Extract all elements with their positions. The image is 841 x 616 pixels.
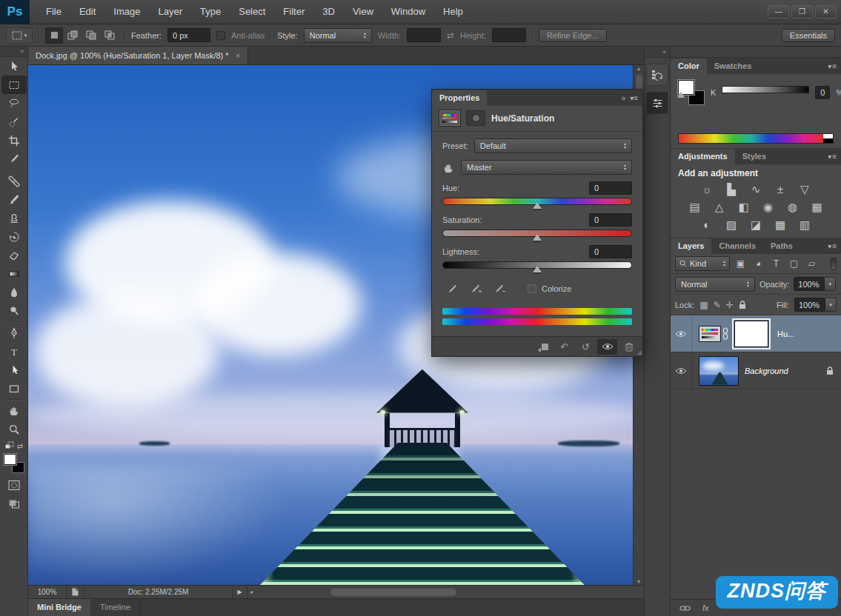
status-play-icon[interactable]: ▶ xyxy=(233,586,247,598)
posterize-icon[interactable]: ▨ xyxy=(722,218,740,232)
black-white-icon[interactable]: ◧ xyxy=(735,200,753,214)
layer-visibility-toggle[interactable] xyxy=(671,315,692,352)
layer-mask-thumbnail[interactable] xyxy=(734,321,768,347)
lock-transparency-icon[interactable]: ▦ xyxy=(699,300,708,310)
spectrum-gradient[interactable] xyxy=(679,134,823,143)
fill-value[interactable]: 100% xyxy=(794,298,825,312)
saturation-slider-thumb[interactable] xyxy=(533,234,542,241)
history-brush-tool[interactable] xyxy=(1,227,27,246)
maximize-button[interactable]: ❐ xyxy=(791,5,813,19)
crop-tool[interactable] xyxy=(1,131,27,150)
width-input[interactable] xyxy=(407,28,441,42)
scroll-left-icon[interactable]: ◂ xyxy=(250,589,253,595)
tab-properties[interactable]: Properties xyxy=(432,90,487,106)
tab-adjustments[interactable]: Adjustments xyxy=(671,149,735,164)
k-slider[interactable] xyxy=(722,86,809,99)
eraser-tool[interactable] xyxy=(1,246,27,264)
vibrance-icon[interactable]: ▽ xyxy=(796,182,814,196)
tool-preset-picker[interactable]: ▾ xyxy=(6,27,33,44)
opacity-dropdown-icon[interactable]: ▾ xyxy=(825,277,836,291)
dodge-tool[interactable] xyxy=(1,301,27,320)
dock-collapse-icon[interactable]: « xyxy=(645,47,670,58)
pen-tool[interactable] xyxy=(1,324,27,342)
antialias-checkbox[interactable] xyxy=(216,31,225,40)
channel-select[interactable]: Master ▴▾ xyxy=(461,160,632,175)
scroll-up-icon[interactable]: ▴ xyxy=(637,65,640,72)
menu-select[interactable]: Select xyxy=(230,0,274,24)
k-slider-track[interactable] xyxy=(722,86,809,93)
tools-collapse-icon[interactable]: » xyxy=(0,47,27,57)
layer-name[interactable]: Hu... xyxy=(777,329,794,338)
rectangular-marquee-tool[interactable] xyxy=(1,76,27,94)
panel-resize-grip[interactable]: ·········· xyxy=(525,352,549,356)
hand-tool[interactable] xyxy=(1,401,27,420)
fill-dropdown-icon[interactable]: ▾ xyxy=(825,298,837,312)
refine-edge-button[interactable]: Refine Edge... xyxy=(539,29,607,42)
timeline-tab[interactable]: Timeline xyxy=(91,599,140,616)
layers-panel-menu-icon[interactable]: ▾≡ xyxy=(828,238,837,254)
menu-window[interactable]: Window xyxy=(382,0,434,24)
filter-pixel-layers-icon[interactable]: ▣ xyxy=(734,257,748,271)
tab-channels[interactable]: Channels xyxy=(711,238,763,254)
feather-input[interactable]: 0 px xyxy=(167,28,210,42)
lock-position-icon[interactable]: ✛ xyxy=(726,300,734,310)
add-to-selection-button[interactable] xyxy=(64,27,82,44)
gradient-map-icon[interactable]: ▩ xyxy=(771,218,789,232)
layer-visibility-toggle[interactable] xyxy=(671,352,692,389)
style-select[interactable]: Normal ▴▾ xyxy=(304,28,372,43)
preset-select[interactable]: Default ▴▾ xyxy=(474,138,632,153)
view-previous-state-icon[interactable]: ↶ xyxy=(554,339,574,355)
invert-icon[interactable]: ◐ xyxy=(698,218,716,232)
filter-smart-object-icon[interactable]: ▱ xyxy=(805,257,819,271)
levels-icon[interactable]: ▙ xyxy=(722,182,740,196)
gradient-tool[interactable] xyxy=(1,264,27,283)
lasso-tool[interactable] xyxy=(1,94,27,113)
channel-mixer-icon[interactable]: ◍ xyxy=(784,200,802,214)
tab-paths[interactable]: Paths xyxy=(763,238,800,254)
delete-adjustment-icon[interactable] xyxy=(619,339,639,355)
tab-color[interactable]: Color xyxy=(671,58,707,74)
double-chevron-icon[interactable]: » xyxy=(622,94,626,102)
type-tool[interactable]: T xyxy=(1,342,27,361)
brush-tool[interactable] xyxy=(1,190,27,209)
menu-3d[interactable]: 3D xyxy=(313,0,344,24)
properties-collapse-icon[interactable]: » ▾≡ xyxy=(622,90,638,106)
filter-type-layers-icon[interactable]: T xyxy=(769,257,783,271)
toggle-visibility-icon[interactable] xyxy=(597,339,617,355)
add-eyedropper-icon[interactable] xyxy=(466,281,485,296)
hue-slider-thumb[interactable] xyxy=(533,202,542,209)
adjustment-layer-thumbnail[interactable] xyxy=(699,326,721,342)
tab-styles[interactable]: Styles xyxy=(735,149,774,164)
color-spectrum-ramp[interactable] xyxy=(678,133,834,144)
menu-edit[interactable]: Edit xyxy=(70,0,104,24)
swap-dimensions-icon[interactable]: ⇄ xyxy=(447,30,454,41)
menu-help[interactable]: Help xyxy=(434,0,472,24)
adjustments-panel-menu-icon[interactable]: ▾≡ xyxy=(828,149,837,164)
filter-adjustment-layers-icon[interactable]: ◕ xyxy=(751,257,765,271)
zoom-level[interactable]: 100% xyxy=(28,586,67,598)
foreground-color-swatch[interactable] xyxy=(4,454,16,465)
layer-filter-kind-select[interactable]: Kind ▴▾ xyxy=(675,256,730,271)
mini-bridge-tab[interactable]: Mini Bridge xyxy=(28,599,91,616)
color-lookup-icon[interactable]: ▦ xyxy=(808,200,826,214)
new-selection-button[interactable] xyxy=(45,27,63,44)
path-selection-tool[interactable] xyxy=(1,361,27,379)
menu-type[interactable]: Type xyxy=(191,0,230,24)
tab-layers[interactable]: Layers xyxy=(671,238,711,254)
properties-panel-icon[interactable] xyxy=(646,92,668,114)
mask-link-icon[interactable] xyxy=(722,327,728,340)
lock-paint-icon[interactable]: ✎ xyxy=(714,300,721,310)
layer-mask-icon[interactable] xyxy=(466,110,485,126)
properties-panel-menu-icon[interactable]: ▾≡ xyxy=(630,94,638,102)
targeted-adjustment-hand-icon[interactable] xyxy=(442,161,455,174)
exposure-icon[interactable]: ± xyxy=(771,182,789,196)
saturation-value-input[interactable]: 0 xyxy=(589,213,632,227)
workspace-button[interactable]: Essentials xyxy=(782,29,835,42)
tab-swatches[interactable]: Swatches xyxy=(707,58,759,74)
tab-close-icon[interactable]: × xyxy=(236,51,240,60)
document-size-info[interactable]: Doc: 2.25M/2.25M xyxy=(84,586,233,598)
document-tab[interactable]: Dock.jpg @ 100% (Hue/Saturation 1, Layer… xyxy=(28,47,248,64)
layer-style-icon[interactable]: fx xyxy=(702,603,709,612)
lock-all-icon[interactable] xyxy=(739,301,746,309)
lightness-slider-thumb[interactable] xyxy=(533,266,542,272)
